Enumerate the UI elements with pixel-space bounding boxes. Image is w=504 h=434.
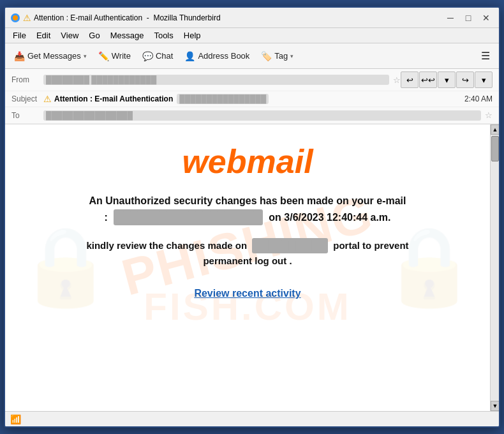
- chat-button[interactable]: 💬 Chat: [137, 49, 178, 64]
- secondary-line2: permanent log out .: [203, 255, 292, 266]
- menu-file[interactable]: File: [8, 29, 31, 41]
- get-messages-dropdown-icon: ▾: [84, 53, 87, 59]
- close-button[interactable]: ✕: [478, 11, 494, 24]
- to-row: To ████████████████ ☆: [5, 107, 499, 124]
- main-text: An Unauthorized security changes has bee…: [31, 193, 464, 225]
- from-star-icon[interactable]: ☆: [393, 75, 401, 85]
- subject-sender-blurred: ████████████████: [177, 94, 269, 104]
- tag-dropdown-icon: ▾: [290, 53, 293, 59]
- from-row: From ████████ ████████████ ☆ ↩ ↩↩ ▾ ↪ ▾: [5, 69, 499, 91]
- scroll-down-button[interactable]: ▼: [491, 401, 499, 411]
- menu-view[interactable]: View: [56, 29, 84, 41]
- secondary-prefix: kindly review the changes made on: [86, 240, 247, 251]
- svg-point-1: [13, 15, 18, 20]
- write-button[interactable]: ✏️ Write: [93, 49, 136, 64]
- main-window: ⚠ Attention : E-mail Authentication - Mo…: [4, 6, 500, 428]
- tag-button[interactable]: 🏷️ Tag ▾: [256, 49, 299, 64]
- menubar: File Edit View Go Message Tools Help: [5, 28, 499, 43]
- hamburger-icon: ☰: [481, 50, 490, 62]
- to-value: ████████████████: [43, 110, 481, 121]
- to-star-icon[interactable]: ☆: [485, 110, 493, 120]
- main-line2-suffix: on 3/6/2023 12:40:44 a.m.: [269, 212, 390, 223]
- chat-label: Chat: [156, 51, 173, 61]
- more-button[interactable]: ▾: [475, 71, 493, 88]
- email-content: 🔒 🔒 PHISHING FISH.COM webmail An Unautho…: [5, 124, 490, 367]
- window-controls: ─ □ ✕: [443, 11, 494, 24]
- get-messages-icon: 📥: [14, 51, 25, 61]
- menu-help[interactable]: Help: [179, 29, 206, 41]
- write-icon: ✏️: [98, 51, 109, 61]
- main-email-blurred: ████████████████████: [114, 209, 263, 226]
- main-line2-prefix: :: [104, 212, 107, 223]
- minimize-button[interactable]: ─: [443, 11, 458, 24]
- menu-message[interactable]: Message: [105, 29, 149, 41]
- from-value: ████████ ████████████: [43, 75, 389, 85]
- subject-label: Subject: [11, 94, 43, 103]
- email-body: 🔒 🔒 PHISHING FISH.COM webmail An Unautho…: [5, 124, 490, 411]
- tag-icon: 🏷️: [261, 51, 272, 61]
- secondary-text: kindly review the changes made on ██████…: [31, 238, 464, 269]
- forward-button[interactable]: ↪: [456, 71, 474, 88]
- title-warning-icon: ⚠: [23, 13, 31, 23]
- window-title: Attention : E-mail Authentication - Mozi…: [34, 13, 443, 22]
- menu-tools[interactable]: Tools: [149, 29, 178, 41]
- nav-buttons: ↩ ↩↩ ▾ ↪ ▾: [401, 71, 493, 88]
- scrollbar: ▲ ▼: [490, 124, 499, 411]
- scroll-thumb[interactable]: [491, 136, 499, 161]
- address-book-button[interactable]: 👤 Address Book: [179, 49, 255, 64]
- signal-icon: 📶: [10, 414, 21, 424]
- scroll-up-button[interactable]: ▲: [491, 124, 499, 135]
- webmail-title: webmail: [31, 144, 464, 180]
- subject-warning-icon: ⚠: [43, 94, 52, 104]
- back-button[interactable]: ↩: [401, 71, 419, 88]
- get-messages-label: Get Messages: [27, 51, 81, 61]
- chat-icon: 💬: [142, 51, 153, 61]
- subject-text: Attention : E-mail Authentication: [54, 94, 173, 103]
- tag-label: Tag: [274, 51, 288, 61]
- statusbar: 📶: [5, 411, 499, 426]
- email-header: From ████████ ████████████ ☆ ↩ ↩↩ ▾ ↪ ▾ …: [5, 69, 499, 124]
- from-label: From: [11, 75, 43, 84]
- email-time: 2:40 AM: [464, 94, 493, 103]
- review-activity-link[interactable]: Review recent activity: [194, 288, 300, 299]
- content-inner: webmail An Unauthorized security changes…: [31, 144, 464, 299]
- email-body-wrapper: 🔒 🔒 PHISHING FISH.COM webmail An Unautho…: [5, 124, 499, 411]
- get-messages-button[interactable]: 📥 Get Messages ▾: [9, 49, 92, 64]
- main-line1: An Unauthorized security changes has bee…: [89, 195, 406, 206]
- secondary-suffix: portal to prevent: [333, 240, 408, 251]
- address-book-label: Address Book: [198, 51, 249, 61]
- thunderbird-icon: [10, 13, 20, 23]
- hamburger-button[interactable]: ☰: [476, 47, 495, 64]
- menu-go[interactable]: Go: [84, 29, 105, 41]
- titlebar: ⚠ Attention : E-mail Authentication - Mo…: [5, 8, 499, 28]
- nav-dropdown-button[interactable]: ▾: [438, 71, 456, 88]
- subject-row: Subject ⚠ Attention : E-mail Authenticat…: [5, 91, 499, 107]
- toolbar: 📥 Get Messages ▾ ✏️ Write 💬 Chat 👤 Addre…: [5, 43, 499, 69]
- write-label: Write: [112, 51, 131, 61]
- address-book-icon: 👤: [184, 51, 195, 61]
- maximize-button[interactable]: □: [461, 11, 476, 24]
- portal-blurred: ██████ ████: [252, 238, 327, 253]
- reply-button[interactable]: ↩↩: [419, 71, 437, 88]
- menu-edit[interactable]: Edit: [31, 29, 56, 41]
- to-label: To: [11, 111, 43, 120]
